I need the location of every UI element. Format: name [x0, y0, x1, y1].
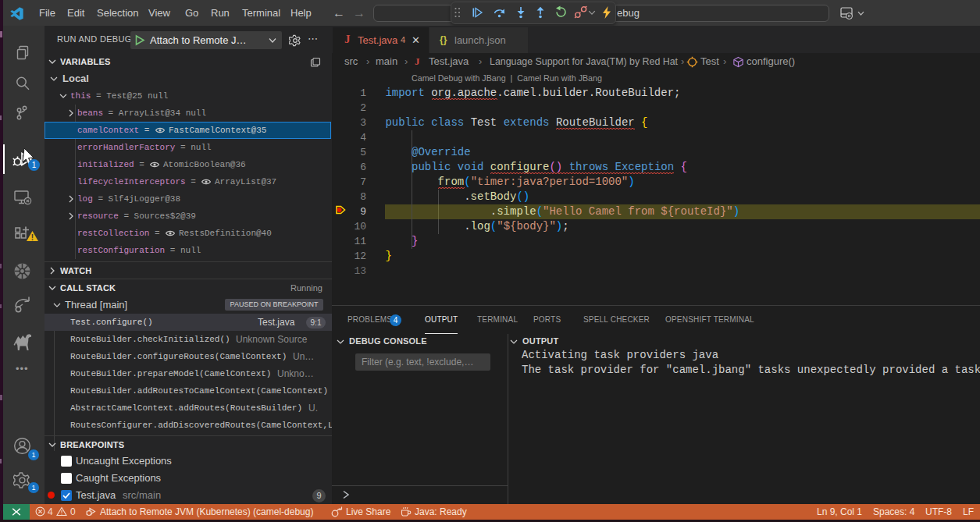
svg-text:!: ! — [31, 233, 34, 242]
